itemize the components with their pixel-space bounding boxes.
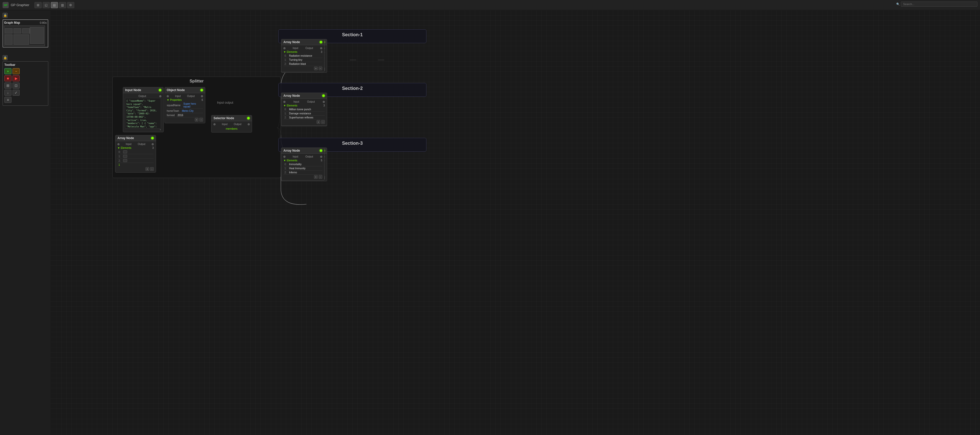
tool-grid-btn[interactable]: ⊞	[4, 83, 11, 89]
section-count: 6	[202, 98, 203, 102]
sel-out-port	[248, 123, 250, 125]
prop-squad: squadName : Super hero squad	[167, 102, 203, 109]
output-port-label: Output	[138, 95, 146, 97]
titlebar-title: GP Graphier	[11, 3, 29, 7]
s3-arr-0: 0: Immortality	[283, 162, 322, 167]
tool-stop-btn[interactable]: ■	[4, 75, 11, 81]
input-node-content: { "squadName": "Super hero squad", "home…	[125, 98, 161, 129]
s3-arr-header: Array Node	[282, 148, 324, 154]
arr-item-2: 2:	[118, 159, 154, 163]
s1-arr-0: 0: Radiation resistance	[283, 54, 322, 58]
graph-map-title: Graph Map	[4, 21, 20, 24]
toolbar-icons: ⊞ ◱ ▤ ▥ ⚙	[35, 2, 74, 8]
graph-map-thumb[interactable]	[4, 25, 45, 46]
splitter-array-body: Input Output ▼ Elements 3 0: 1:	[115, 141, 156, 172]
splitter-selector-node: Selector Node Input Output members	[211, 115, 252, 132]
sel-in-port	[213, 123, 215, 125]
s1-arr-ports: Input Output	[283, 46, 322, 50]
remove-prop-btn[interactable]: −	[199, 118, 203, 122]
splitter-object-ports: Input Output	[167, 94, 203, 98]
arr-selected: 1	[118, 163, 154, 167]
sel-in-lbl: Input	[222, 123, 228, 125]
tb-icon-grid[interactable]: ⊞	[35, 2, 41, 8]
thumb-block-1	[5, 29, 13, 33]
toolbar-row-5: ≡	[4, 97, 46, 103]
s3-arr-2: 2: Inferno	[283, 170, 322, 175]
tool-subtract-btn[interactable]: −	[13, 68, 20, 74]
search-bar: 🔍	[896, 2, 977, 6]
section3-title: Section-3	[281, 138, 423, 148]
prop-key-squad: squadName	[167, 104, 181, 107]
tb-icon-save[interactable]: ◱	[43, 2, 50, 8]
titlebar: GP GP Graphier ⊞ ◱ ▤ ▥ ⚙ 🔍	[0, 0, 980, 10]
s2-arr-rem[interactable]: −	[321, 120, 325, 124]
s3-arr-1: 1: Heat Immunity	[283, 167, 322, 170]
sel-value: members	[213, 126, 250, 131]
splitter-title: Splitter	[113, 77, 281, 84]
tool-menu-btn[interactable]: ≡	[4, 97, 11, 103]
arr-item-0: 0:	[118, 150, 154, 154]
tb-icon-settings[interactable]: ⚙	[67, 2, 74, 8]
splitter-arr-ports: Input Output	[118, 142, 154, 146]
tool-add-btn[interactable]: +	[4, 68, 11, 74]
tool-check-btn[interactable]: ✓	[13, 90, 20, 96]
splitter-array-header: Array Node	[115, 135, 156, 141]
arr-collapse-arrow[interactable]: ▼	[118, 146, 120, 149]
search-input[interactable]	[901, 2, 977, 6]
output-port	[201, 95, 203, 97]
tool-play-btn[interactable]: ▶	[13, 75, 20, 81]
toolbar-row-4: ↓ ✓	[4, 90, 46, 96]
lock-icon-bottom[interactable]: 🔒	[3, 55, 8, 60]
toolbar-row-2: ■ ▶	[4, 75, 46, 81]
main-layout: 🔒 Graph Map 0:80x 🔒 Toolbar + −	[0, 10, 980, 435]
s3-arr-rem[interactable]: −	[319, 175, 322, 179]
s2-arr-1: 1: Damage resistance	[283, 111, 325, 116]
s1-arr-hdr: ▼ Elements 3	[283, 50, 322, 54]
s1-arr-rem[interactable]: −	[319, 67, 322, 70]
input-lbl: Input	[175, 95, 181, 97]
props-section: ▼ Properties 6	[167, 98, 203, 102]
s2-arr-0: 0: Million tonne punch	[283, 108, 325, 111]
section3-container: Section-3 Selector Node Input Output	[278, 138, 426, 152]
arr-add-btn[interactable]: +	[146, 167, 149, 171]
s2-array-node: Array Node Input Output ▼ Elements	[281, 93, 327, 125]
tb-icon-table[interactable]: ▥	[59, 2, 66, 8]
section1-container: Section-1 Selector Node Input Output	[278, 29, 426, 43]
tool-download-btn[interactable]: ↓	[4, 90, 11, 96]
arr-item-1: 1:	[118, 154, 154, 159]
s2-arr-dot	[322, 94, 325, 97]
arr-icon-1	[123, 155, 127, 158]
s1-arr-in	[283, 47, 285, 49]
app-icon: GP	[3, 2, 9, 8]
s3-arr-label: Array Node	[283, 149, 300, 152]
tool-grid2-btn[interactable]: ⊡	[13, 83, 20, 89]
sel-out-lbl: Output	[234, 123, 242, 125]
add-prop-btn[interactable]: +	[195, 118, 199, 122]
search-icon: 🔍	[896, 3, 900, 6]
s3-arr-add[interactable]: +	[314, 175, 318, 179]
output-port-dot	[159, 95, 161, 97]
collapse-arrow[interactable]: ▼	[167, 98, 169, 102]
graph-map-header: Graph Map 0:80x	[4, 21, 47, 24]
thumb-block-4	[30, 27, 44, 44]
arr-remove-btn[interactable]: −	[150, 167, 154, 171]
s1-arr-out	[320, 47, 322, 49]
s2-arr-label: Array Node	[283, 94, 300, 97]
s1-arr-add[interactable]: +	[314, 67, 318, 70]
section2-title: Section-2	[281, 83, 423, 93]
canvas[interactable]: Splitter Input Node Output { "squadName"…	[51, 10, 980, 435]
toolbar-row-3: ⊞ ⊡	[4, 83, 46, 89]
arr-out-lbl: Output	[138, 143, 145, 146]
tb-icon-list[interactable]: ▤	[51, 2, 58, 8]
input-output-label: Input output	[217, 101, 233, 105]
s2-arr-add[interactable]: +	[317, 120, 320, 124]
toolbar-label: Toolbar	[4, 63, 46, 67]
prop-val-squad: Super hero squad	[183, 102, 203, 108]
lock-icon-top[interactable]: 🔒	[3, 13, 8, 18]
add-remove: + −	[167, 117, 203, 122]
s3-array-node: Array Node Input Output ▼ Elements	[281, 148, 325, 181]
s1-arr-body: Input Output ▼ Elements 3 0: Radiation r…	[282, 45, 324, 72]
input-node-header: Input Node	[123, 87, 164, 93]
thumb-block-3	[22, 29, 30, 33]
s1-arr-header: Array Node	[282, 39, 324, 45]
